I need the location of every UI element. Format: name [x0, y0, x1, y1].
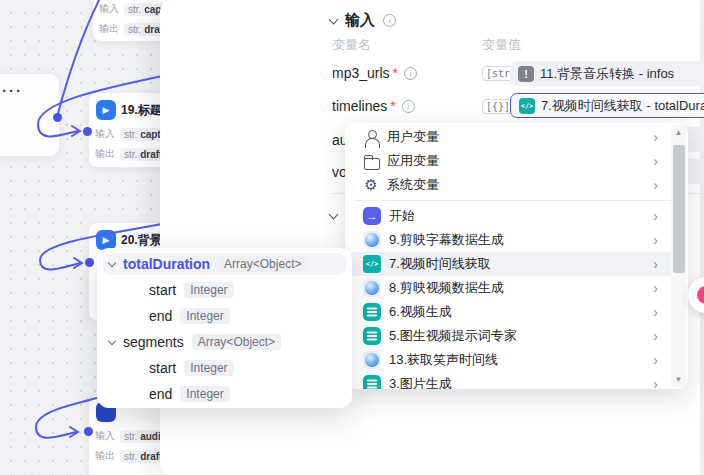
- menu-item-node-13[interactable]: 13.获取笑声时间线: [349, 348, 684, 372]
- scrollbar-thumb[interactable]: [673, 145, 685, 273]
- chevron-right-icon: [653, 153, 658, 169]
- required-asterisk: *: [390, 98, 395, 114]
- ellipsis-label: ···: [2, 82, 23, 99]
- node-output-row: 输出 str. draft: [93, 19, 169, 39]
- gear-icon: [363, 177, 379, 193]
- type-badge: Integer: [184, 360, 233, 376]
- start-node-icon: [363, 207, 381, 225]
- layers-icon: [363, 375, 381, 389]
- warning-icon: [518, 66, 534, 82]
- collapse-chevron-icon[interactable]: [329, 209, 339, 219]
- chevron-right-icon: [653, 232, 658, 248]
- node-input-row: 输入 str. audi: [89, 426, 169, 446]
- plugin-icon: [363, 231, 381, 249]
- var-name-timelines: timelines*: [332, 98, 415, 114]
- type-badge: Integer: [180, 308, 229, 324]
- collapsed-node[interactable]: ···: [0, 73, 60, 157]
- chevron-right-icon: [653, 328, 658, 344]
- input-label: 输入: [99, 2, 119, 16]
- menu-item-node-7[interactable]: 7.视频时间线获取: [349, 252, 684, 276]
- tree-row-segments[interactable]: segments Array<Object>: [103, 329, 346, 355]
- type-badge: Array<Object>: [192, 334, 281, 350]
- var-name-mp3-urls: mp3_urls*: [332, 65, 417, 81]
- column-variable-name: 变量名: [332, 36, 371, 54]
- output-chip: str. draft: [124, 23, 163, 36]
- menu-item-node-6[interactable]: 6.视频生成: [349, 300, 684, 324]
- type-badge: Integer: [180, 386, 229, 402]
- menu-item-user-variables[interactable]: 用户变量: [349, 125, 684, 149]
- scroll-up-icon[interactable]: [671, 125, 686, 140]
- node-output-row: 输出 str. draft: [89, 144, 169, 164]
- collapse-chevron-icon[interactable]: [329, 14, 339, 24]
- variable-select-dropdown: 用户变量 应用变量 系统变量 开始 9.剪映字幕数据生成 7.视频时间线获取: [345, 123, 688, 389]
- plugin-icon: [363, 351, 381, 369]
- menu-item-app-variables[interactable]: 应用变量: [349, 149, 684, 173]
- tree-row-end[interactable]: end Integer: [103, 303, 346, 329]
- dropdown-scrollbar: [671, 125, 686, 387]
- folder-icon: [363, 153, 379, 169]
- chevron-right-icon: [653, 177, 658, 193]
- user-icon: [363, 129, 379, 145]
- node-19-title: 19.标题: [121, 102, 162, 119]
- chevron-right-icon: [653, 129, 658, 145]
- node-input-row: 输入 str. capt: [93, 0, 169, 19]
- info-icon[interactable]: [402, 100, 415, 113]
- value-chip-timelines[interactable]: 7.视频时间线获取 - totalDuration: [510, 93, 704, 118]
- menu-item-system-variables[interactable]: 系统变量: [349, 173, 684, 197]
- chevron-right-icon: [653, 352, 658, 368]
- chevron-right-icon: [653, 208, 658, 224]
- code-node-icon: [519, 98, 535, 114]
- chevron-right-icon: [653, 304, 658, 320]
- type-badge: Integer: [184, 282, 233, 298]
- info-icon[interactable]: [383, 14, 396, 27]
- menu-divider: [355, 200, 678, 201]
- type-badge: Array<Object>: [218, 256, 307, 272]
- value-chip-mp3-urls[interactable]: 11.背景音乐转换 - infos: [510, 61, 704, 86]
- output-port[interactable]: [53, 113, 62, 122]
- tree-row-start[interactable]: start Integer: [103, 277, 346, 303]
- chevron-right-icon: [653, 256, 658, 272]
- tree-row-start[interactable]: start Integer: [103, 355, 346, 381]
- node-19-header: ▶ 19.标题: [89, 93, 169, 124]
- node-20-title: 20.背景: [121, 232, 162, 249]
- column-variable-value: 变量值: [482, 36, 521, 54]
- chevron-down-icon[interactable]: [108, 258, 116, 266]
- input-section-header: 输入: [330, 11, 396, 30]
- code-node-icon: [363, 255, 381, 273]
- menu-item-node-5[interactable]: 5.图生视频提示词专家: [349, 324, 684, 348]
- scroll-down-icon[interactable]: [671, 372, 686, 387]
- play-icon: ▶: [96, 230, 116, 250]
- node-top-partial[interactable]: 输入 str. capt 输出 str. draft: [92, 0, 170, 42]
- chevron-down-icon[interactable]: [108, 336, 116, 344]
- plugin-icon: [363, 279, 381, 297]
- node-22-input-port[interactable]: [84, 427, 93, 436]
- menu-item-node-8[interactable]: 8.剪映视频数据生成: [349, 276, 684, 300]
- node-19-input-port[interactable]: [83, 127, 92, 136]
- workflow-editor: ··· 输入 str. capt 输出 str. draft ▶ 19.标题 输…: [0, 0, 704, 475]
- layers-icon: [363, 303, 381, 321]
- menu-item-start-node[interactable]: 开始: [349, 204, 684, 228]
- menu-item-node-3[interactable]: 3.图片生成: [349, 372, 684, 389]
- tree-row-end[interactable]: end Integer: [103, 381, 346, 407]
- node-19[interactable]: ▶ 19.标题 输入 str. capt 输出 str. draft: [88, 92, 170, 168]
- chevron-right-icon: [653, 280, 658, 296]
- node-20-input-port[interactable]: [85, 258, 94, 267]
- output-schema-popup: totalDuration Array<Object> start Intege…: [97, 248, 352, 408]
- output-label: 输出: [99, 22, 119, 36]
- menu-item-node-9[interactable]: 9.剪映字幕数据生成: [349, 228, 684, 252]
- node-output-row: 输出 str. draft: [89, 446, 169, 466]
- input-chip: str. capt: [124, 3, 163, 16]
- input-section-title: 输入: [345, 11, 375, 30]
- tree-row-totalduration[interactable]: totalDuration Array<Object>: [103, 253, 346, 275]
- node-input-row: 输入 str. capt: [89, 124, 169, 144]
- required-asterisk: *: [393, 65, 398, 81]
- info-icon[interactable]: [404, 67, 417, 80]
- chevron-right-icon: [653, 376, 658, 389]
- play-icon: ▶: [96, 100, 116, 120]
- layers-icon: [363, 327, 381, 345]
